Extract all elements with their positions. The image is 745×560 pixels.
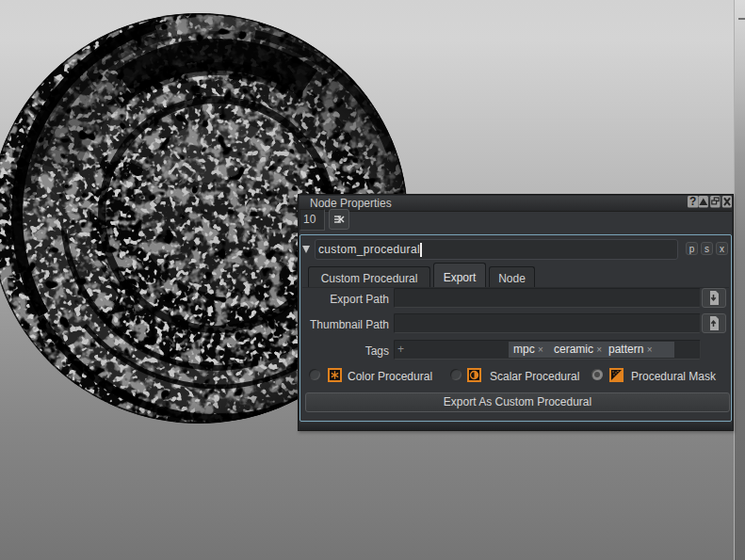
svg-text:?: ?	[689, 196, 696, 208]
